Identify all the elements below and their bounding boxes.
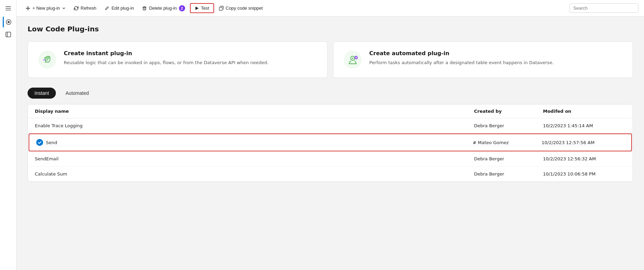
send-row-name: Send [46, 140, 57, 145]
svg-point-16 [344, 51, 362, 69]
table-header: Display name Created by Modifed on [28, 104, 633, 118]
row-checkmark [36, 139, 43, 146]
row-created-by: Debra Berger [474, 171, 543, 177]
instant-card-icon [38, 50, 57, 69]
edit-icon [104, 6, 109, 11]
copy-code-button[interactable]: Copy code snippet [215, 3, 266, 13]
play-icon [195, 6, 199, 10]
row-created-by: Debra Berger [474, 123, 543, 128]
row-modified-on: 10/2/2023 12:57:56 AM [542, 140, 624, 145]
instant-card-body: Create instant plug-in Reusable logic th… [64, 50, 269, 66]
refresh-label: Refresh [81, 6, 97, 11]
svg-rect-2 [6, 10, 11, 11]
toolbar: + New plug-in Refresh Edit plug-in [17, 0, 644, 17]
svg-rect-10 [143, 7, 146, 10]
test-label: Test [201, 6, 209, 11]
page-content: Low Code Plug-ins Create i [17, 17, 644, 190]
create-instant-card[interactable]: Create instant plug-in Reusable logic th… [28, 41, 328, 78]
table-row[interactable]: Calculate Sum Debra Berger 10/1/2023 10:… [28, 167, 633, 182]
svg-rect-5 [6, 32, 11, 37]
sidebar-icon-pin[interactable] [3, 17, 14, 28]
tabs-row: Instant Automated [28, 88, 633, 99]
test-button[interactable]: Test [190, 3, 214, 13]
copy-label: Copy code snippet [226, 6, 263, 11]
edit-label: Edit plug-in [111, 6, 134, 11]
refresh-button[interactable]: Refresh [70, 3, 100, 13]
delete-badge: 2 [179, 5, 185, 11]
check-icon [38, 140, 42, 144]
instant-card-description: Reusable logic that can be invoked in ap… [64, 59, 269, 66]
automated-card-title: Create automated plug-in [369, 50, 554, 57]
row-modified-on: 10/1/2023 10:06:58 PM [543, 171, 626, 177]
plus-icon [26, 6, 30, 11]
tab-instant[interactable]: Instant [28, 88, 56, 99]
new-plugin-button[interactable]: + New plug-in [22, 3, 69, 13]
table-row-selected[interactable]: Send # Mateo Gomez 10/2/2023 12:57:56 AM [29, 133, 632, 151]
header-modified-on: Modifed on [543, 109, 626, 114]
sidebar [0, 0, 17, 270]
svg-rect-14 [219, 7, 222, 10]
automated-card-icon [343, 50, 362, 69]
table-row[interactable]: SendEmail Debra Berger 10/2/2023 12:56:3… [28, 151, 633, 167]
row-modified-on: 10/2/2023 12:56:32 AM [543, 156, 626, 161]
create-automated-card[interactable]: Create automated plug-in Perform tasks a… [333, 41, 633, 78]
row-created-by: # Mateo Gomez [473, 140, 542, 145]
header-display-name: Display name [35, 109, 474, 114]
tab-automated[interactable]: Automated [59, 88, 96, 99]
sidebar-hamburger-button[interactable] [3, 3, 14, 14]
copy-icon [219, 6, 224, 11]
row-name-with-check: Send [36, 139, 473, 146]
row-name: Send [36, 139, 473, 146]
edit-plugin-button[interactable]: Edit plug-in [101, 3, 137, 13]
chevron-down-icon [62, 7, 66, 10]
new-plugin-label: + New plug-in [32, 6, 60, 11]
svg-rect-1 [6, 8, 11, 9]
table-row[interactable]: Enable Trace Logging Debra Berger 10/2/2… [28, 118, 633, 133]
cards-row: Create instant plug-in Reusable logic th… [28, 41, 633, 78]
selected-row-wrapper: 1 Send # Mateo Gomez [29, 133, 631, 151]
delete-plugin-button[interactable]: Delete plug-in 2 [139, 3, 188, 13]
instant-card-title: Create instant plug-in [64, 50, 269, 57]
table-container: Display name Created by Modifed on Enabl… [28, 104, 633, 182]
sidebar-icon-book[interactable] [3, 29, 14, 40]
delete-label: Delete plug-in [149, 6, 177, 11]
page-title: Low Code Plug-ins [28, 25, 633, 33]
search-input[interactable] [570, 3, 638, 13]
row-name: Calculate Sum [35, 171, 474, 177]
svg-rect-0 [6, 6, 11, 7]
row-modified-on: 10/2/2023 1:45:14 AM [543, 123, 626, 128]
automated-card-body: Create automated plug-in Perform tasks a… [369, 50, 554, 66]
header-created-by: Created by [474, 109, 543, 114]
delete-icon [142, 6, 147, 11]
row-created-by: Debra Berger [474, 156, 543, 161]
svg-point-4 [8, 21, 10, 23]
automated-card-description: Perform tasks automatically after a desi… [369, 59, 554, 66]
svg-point-18 [352, 58, 353, 59]
main-content: + New plug-in Refresh Edit plug-in [17, 0, 644, 190]
svg-marker-13 [195, 7, 199, 10]
row-name: SendEmail [35, 156, 474, 161]
refresh-icon [74, 6, 79, 11]
row-name: Enable Trace Logging [35, 123, 474, 128]
